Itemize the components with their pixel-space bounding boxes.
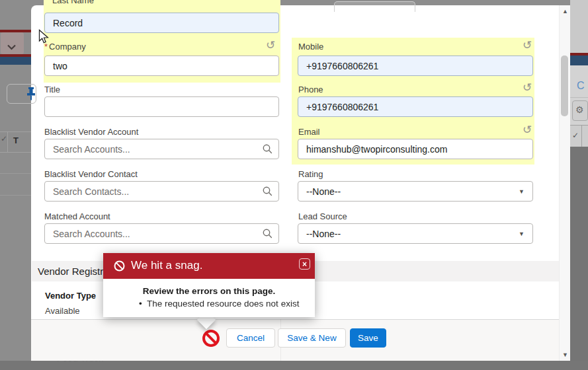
table-header-top-border-left bbox=[0, 131, 31, 132]
phone-input[interactable] bbox=[298, 96, 533, 117]
error-popover-title: We hit a snag. bbox=[131, 259, 202, 272]
blacklist-vendor-account-lookup[interactable] bbox=[44, 139, 279, 159]
not-allowed-icon bbox=[202, 330, 220, 347]
toolbar-divider-right bbox=[570, 97, 588, 98]
blacklist-vendor-account-label: Blacklist Vendor Account bbox=[44, 127, 138, 137]
gear-icon: ⚙ bbox=[575, 105, 584, 114]
mobile-label: Mobile bbox=[298, 42, 323, 52]
section-title: Vendor Registra bbox=[38, 261, 109, 281]
rating-label: Rating bbox=[298, 169, 323, 179]
page-header-band-right bbox=[570, 56, 588, 65]
scroll-up-icon[interactable]: ▲ bbox=[562, 9, 568, 15]
checkmark-icon: ✓ bbox=[1, 135, 7, 143]
backdrop-right-body bbox=[570, 147, 588, 361]
matched-account-label: Matched Account bbox=[44, 211, 110, 221]
chevron-down-icon: ▼ bbox=[519, 188, 525, 195]
table-row-border bbox=[0, 195, 31, 196]
matched-account-lookup[interactable] bbox=[44, 223, 279, 244]
rating-select[interactable]: --None-- ▼ bbox=[298, 181, 533, 202]
checkmark-icon: ✓ bbox=[572, 131, 579, 139]
blacklist-vendor-contact-label: Blacklist Vendor Contact bbox=[44, 169, 138, 179]
vendor-type-label: Vendor Type bbox=[45, 291, 96, 301]
title-label: Title bbox=[44, 85, 60, 94]
pin-list-button bbox=[7, 84, 36, 104]
chevron-down-icon: ▼ bbox=[519, 231, 525, 237]
toolbar-link-right: C bbox=[577, 80, 585, 91]
table-header-cell-left: T bbox=[13, 136, 19, 145]
nav-dropdown-button bbox=[1, 32, 24, 54]
table-column-divider-right bbox=[581, 126, 582, 147]
phone-label: Phone bbox=[298, 85, 323, 94]
error-message: The requested resource does not exist bbox=[147, 299, 299, 309]
bullet-icon: • bbox=[139, 299, 142, 309]
page-header-band-left bbox=[0, 57, 31, 65]
company-label: *Company bbox=[44, 42, 86, 52]
email-label: Email bbox=[298, 127, 320, 137]
table-column-divider-left bbox=[7, 131, 8, 152]
undo-icon[interactable]: ↺ bbox=[523, 40, 532, 51]
chevron-down-icon bbox=[7, 41, 17, 53]
screen: ✓ T C ⚙ ✓ Last Name *Company ↺ Title Bla… bbox=[0, 0, 588, 370]
available-label: Available bbox=[45, 306, 80, 316]
modal-scrollbar-thumb[interactable] bbox=[561, 56, 568, 116]
email-input[interactable] bbox=[298, 139, 533, 159]
save-button[interactable]: Save bbox=[350, 328, 386, 348]
lead-source-value: --None-- bbox=[306, 229, 341, 239]
error-popover-body bbox=[103, 279, 315, 317]
backdrop-right-top bbox=[570, 0, 588, 53]
ban-icon bbox=[114, 260, 125, 274]
rating-value: --None-- bbox=[306, 186, 341, 197]
error-heading: Review the errors on this page. bbox=[103, 286, 315, 296]
lead-source-label: Lead Source bbox=[298, 211, 347, 221]
scroll-down-icon[interactable]: ▼ bbox=[562, 352, 568, 358]
table-row-border bbox=[0, 152, 31, 153]
undo-icon[interactable]: ↺ bbox=[523, 82, 532, 93]
lead-source-select[interactable]: --None-- ▼ bbox=[298, 223, 533, 244]
title-input[interactable] bbox=[44, 96, 279, 117]
error-popover: We hit a snag. × Review the errors on th… bbox=[103, 253, 315, 317]
table-row-border bbox=[0, 173, 31, 174]
last-name-input[interactable] bbox=[44, 13, 279, 33]
cancel-button[interactable]: Cancel bbox=[226, 328, 275, 348]
undo-icon[interactable]: ↺ bbox=[523, 124, 532, 135]
undo-icon[interactable]: ↺ bbox=[266, 40, 275, 51]
last-name-label: Last Name bbox=[52, 0, 94, 5]
blacklist-vendor-contact-lookup[interactable] bbox=[44, 181, 279, 202]
list-settings-button: ⚙ bbox=[572, 100, 588, 121]
mobile-input[interactable] bbox=[298, 56, 533, 76]
error-popover-header: We hit a snag. × bbox=[103, 253, 315, 279]
clipped-field-above[interactable] bbox=[334, 1, 415, 12]
required-asterisk: * bbox=[44, 42, 48, 52]
pin-icon bbox=[26, 87, 36, 104]
save-and-new-button[interactable]: Save & New bbox=[278, 328, 346, 348]
company-input[interactable] bbox=[44, 56, 279, 76]
not-allowed-slash bbox=[206, 333, 217, 344]
close-icon[interactable]: × bbox=[299, 258, 310, 270]
